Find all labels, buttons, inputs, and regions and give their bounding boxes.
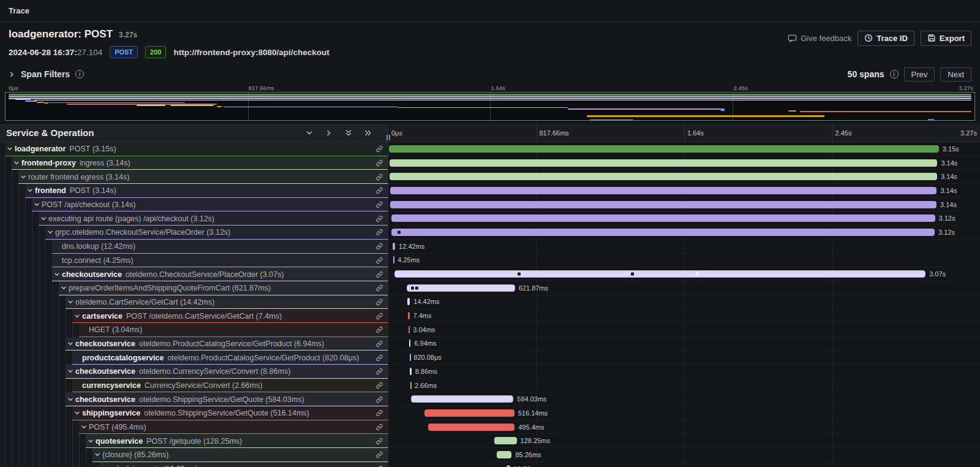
span-row[interactable]: prepareOrderItemsAndShippingQuoteFromCar… [0, 281, 980, 295]
span-name-cell[interactable]: HGET (3.04ms) [0, 323, 388, 337]
span-bar[interactable] [390, 159, 938, 167]
span-bar[interactable] [507, 465, 510, 467]
span-name-cell[interactable]: currencyservice CurrencyService/Convert … [0, 379, 388, 393]
span-bar[interactable] [424, 409, 514, 417]
minimap-viewport[interactable] [5, 92, 975, 121]
link-icon[interactable] [375, 229, 383, 237]
span-row[interactable]: quoteservice POST /getquote (128.25ms) 1… [0, 434, 980, 448]
span-bar[interactable] [393, 256, 394, 264]
link-icon[interactable] [375, 340, 383, 347]
link-icon[interactable] [375, 368, 383, 376]
span-row[interactable]: POST (495.4ms) 495.4ms [0, 420, 980, 435]
span-bar[interactable] [389, 145, 938, 153]
span-timeline-cell[interactable]: 3.07s [388, 267, 980, 281]
link-icon[interactable] [375, 409, 383, 417]
span-timeline-cell[interactable]: 2.66ms [388, 379, 980, 393]
chevron-down-icon[interactable] [18, 174, 28, 180]
span-timeline-cell[interactable]: 85.26ms [388, 448, 980, 462]
link-icon[interactable] [375, 256, 383, 264]
link-icon[interactable] [375, 159, 383, 167]
span-row[interactable]: calculate-quote (16.33ms) 16.33ms [0, 462, 980, 467]
span-name-cell[interactable]: prepareOrderItemsAndShippingQuoteFromCar… [0, 281, 388, 295]
span-timeline-cell[interactable]: 8.86ms [388, 365, 980, 379]
span-timeline-cell[interactable]: 3.14s [388, 184, 980, 198]
span-timeline-cell[interactable]: 3.14s [388, 170, 980, 184]
span-name-cell[interactable]: frontend-proxy ingress (3.14s) [0, 156, 388, 170]
chevron-down-icon[interactable] [25, 188, 35, 194]
span-timeline-cell[interactable]: 6.94ms [388, 337, 980, 351]
link-icon[interactable] [375, 187, 383, 195]
span-bar[interactable] [394, 270, 925, 278]
span-name-cell[interactable]: POST /api/checkout (3.14s) [0, 198, 388, 212]
span-timeline-cell[interactable]: 12.42ms [388, 240, 980, 254]
chevron-down-icon[interactable] [92, 452, 102, 458]
span-row[interactable]: cartservice POST /oteldemo.CartService/G… [0, 309, 980, 323]
link-icon[interactable] [375, 312, 383, 320]
span-row[interactable]: frontend POST (3.14s) 3.14s [0, 184, 980, 198]
info-icon[interactable]: i [75, 70, 84, 78]
span-row[interactable]: tcp.connect (4.25ms) 4.25ms [0, 254, 980, 268]
span-timeline-cell[interactable]: 584.03ms [388, 392, 980, 406]
span-row[interactable]: POST /api/checkout (3.14s) 3.14s [0, 198, 980, 212]
span-row[interactable]: frontend-proxy ingress (3.14s) 3.14s [0, 156, 980, 170]
span-timeline-cell[interactable]: 3.14s [388, 198, 980, 212]
link-icon[interactable] [375, 423, 383, 431]
span-row[interactable]: loadgenerator POST (3.15s) 3.15s [0, 142, 980, 156]
chevron-down-icon[interactable] [52, 271, 62, 278]
span-bar[interactable] [390, 201, 937, 208]
span-timeline-cell[interactable]: 3.15s [388, 142, 980, 156]
span-name-cell[interactable]: dns.lookup (12.42ms) [0, 240, 388, 254]
chevron-down-icon[interactable] [86, 438, 96, 444]
span-bar[interactable] [409, 340, 410, 347]
span-bar[interactable] [410, 382, 412, 389]
span-bar[interactable] [390, 173, 937, 180]
span-filters-toggle[interactable]: Span Filters i [9, 69, 84, 79]
span-row[interactable]: HGET (3.04ms) 3.04ms [0, 323, 980, 337]
chevron-down-icon[interactable] [66, 299, 75, 305]
link-icon[interactable] [375, 354, 383, 362]
span-name-cell[interactable]: checkoutservice oteldemo.ProductCatalogS… [0, 337, 388, 351]
link-icon[interactable] [375, 215, 383, 222]
span-row[interactable]: grpc.oteldemo.CheckoutService/PlaceOrder… [0, 226, 980, 240]
span-name-cell[interactable]: checkoutservice oteldemo.CheckoutService… [0, 267, 388, 281]
span-row[interactable]: dns.lookup (12.42ms) 12.42ms [0, 240, 980, 254]
span-timeline-cell[interactable]: 3.12s [388, 226, 980, 240]
span-name-cell[interactable]: executing api route (pages) /api/checkou… [0, 211, 388, 226]
span-timeline-cell[interactable]: 820.08μs [388, 351, 980, 365]
span-timeline-cell[interactable]: 495.4ms [388, 420, 980, 435]
span-timeline-cell[interactable]: 7.4ms [388, 309, 980, 323]
chevron-down-icon[interactable] [12, 160, 21, 166]
span-row[interactable]: shippingservice oteldemo.ShippingService… [0, 406, 980, 420]
chevron-down-icon[interactable] [39, 216, 48, 222]
column-resize-handle[interactable] [386, 135, 390, 140]
chevron-down-icon[interactable] [72, 410, 82, 416]
span-bar[interactable] [390, 187, 937, 194]
collapse-all-icon[interactable] [345, 129, 352, 137]
span-timeline-cell[interactable]: 621.87ms [388, 281, 980, 295]
span-row[interactable]: checkoutservice oteldemo.ShippingService… [0, 392, 980, 406]
chevron-down-icon[interactable] [32, 202, 42, 208]
chevron-down-icon[interactable] [66, 368, 75, 374]
link-icon[interactable] [375, 437, 383, 445]
span-name-cell[interactable]: POST (495.4ms) [0, 420, 388, 435]
trace-id-button[interactable]: Trace ID [858, 31, 914, 46]
span-name-cell[interactable]: calculate-quote (16.33ms) [0, 462, 388, 467]
give-feedback-link[interactable]: Give feedback [788, 34, 851, 43]
span-timeline-cell[interactable]: 4.25ms [388, 254, 980, 268]
chevron-down-icon[interactable] [306, 129, 313, 137]
span-timeline-cell[interactable]: 3.04ms [388, 323, 980, 337]
link-icon[interactable] [375, 451, 383, 459]
span-row[interactable]: productcatalogservice oteldemo.ProductCa… [0, 351, 980, 365]
span-name-cell[interactable]: frontend POST (3.14s) [0, 184, 388, 198]
span-bar[interactable] [391, 229, 935, 236]
span-timeline-cell[interactable]: 16.33ms [388, 462, 980, 467]
span-row[interactable]: checkoutservice oteldemo.CheckoutService… [0, 267, 980, 281]
span-bar[interactable] [410, 354, 411, 361]
span-timeline-cell[interactable]: 128.25ms [388, 434, 980, 448]
link-icon[interactable] [375, 395, 383, 403]
span-row[interactable]: currencyservice CurrencyService/Convert … [0, 379, 980, 393]
span-timeline-cell[interactable]: 3.14s [388, 156, 980, 170]
span-name-cell[interactable]: loadgenerator POST (3.15s) [0, 142, 388, 156]
span-name-cell[interactable]: checkoutservice oteldemo.CurrencyService… [0, 365, 388, 379]
link-icon[interactable] [375, 270, 383, 278]
